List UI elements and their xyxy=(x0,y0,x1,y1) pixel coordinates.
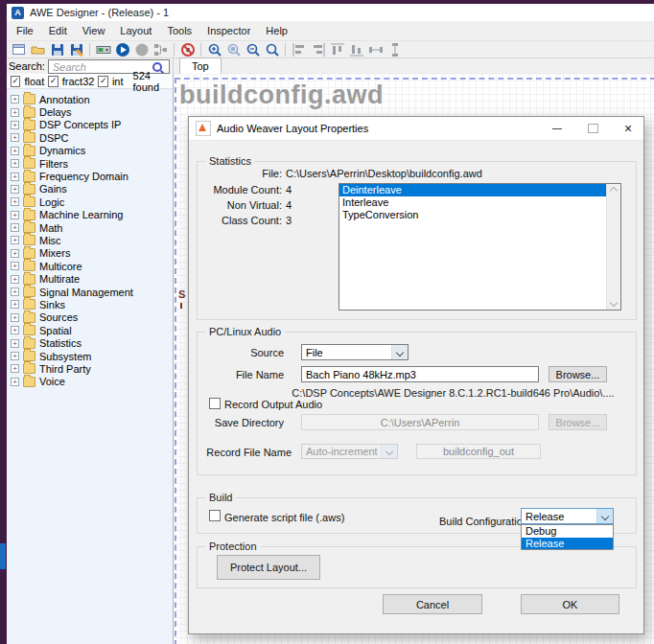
align-left-icon[interactable] xyxy=(290,42,308,58)
tree-item-sources[interactable]: +Sources xyxy=(7,311,173,324)
record-audio-icon[interactable] xyxy=(132,42,151,58)
align-top-icon[interactable] xyxy=(328,42,346,58)
expand-plus-icon[interactable]: + xyxy=(11,172,19,181)
folder-icon xyxy=(23,120,35,130)
source-dropdown[interactable]: File xyxy=(301,344,409,360)
zoom-in-icon[interactable] xyxy=(205,42,223,58)
halt-audio-icon[interactable] xyxy=(178,42,197,58)
expand-plus-icon[interactable]: + xyxy=(11,211,19,219)
menu-edit[interactable]: Edit xyxy=(41,25,75,36)
menu-layout[interactable]: Layout xyxy=(112,25,159,36)
option-release[interactable]: Release xyxy=(522,538,613,550)
expand-plus-icon[interactable]: + xyxy=(11,275,19,284)
expand-plus-icon[interactable]: + xyxy=(11,352,19,360)
expand-plus-icon[interactable]: + xyxy=(11,223,19,232)
align-bottom-icon[interactable] xyxy=(347,42,365,58)
expand-plus-icon[interactable]: + xyxy=(11,197,19,206)
expand-plus-icon[interactable]: + xyxy=(11,185,19,194)
dialog-minimize-button[interactable] xyxy=(544,117,571,140)
expand-plus-icon[interactable]: + xyxy=(11,249,19,258)
scroll-up-icon[interactable] xyxy=(607,184,620,197)
open-file-icon[interactable] xyxy=(29,42,47,58)
tree-item-filters[interactable]: +Filters xyxy=(7,157,173,170)
play-audio-icon[interactable] xyxy=(113,42,131,58)
tree-item-voice[interactable]: +Voice xyxy=(7,376,173,388)
int-checkbox[interactable]: ✓ xyxy=(98,76,107,87)
build-configuration-options: Debug Release xyxy=(521,524,614,550)
tree-item-machine-learning[interactable]: +Machine Learning xyxy=(7,209,173,221)
tree-item-logic[interactable]: +Logic xyxy=(7,196,173,208)
file-name-input[interactable]: Bach Piano 48kHz.mp3 xyxy=(301,366,539,382)
option-debug[interactable]: Debug xyxy=(522,525,613,538)
distribute-vertical-icon[interactable] xyxy=(385,42,404,58)
dialog-maximize-button[interactable] xyxy=(579,117,606,140)
build-configuration-dropdown[interactable]: Release xyxy=(521,508,614,524)
tree-item-dspc[interactable]: +DSPC xyxy=(7,131,173,144)
expand-plus-icon[interactable]: + xyxy=(11,133,19,142)
scroll-down-icon[interactable] xyxy=(607,296,620,310)
menu-file[interactable]: File xyxy=(9,25,41,36)
tree-item-mixers[interactable]: +Mixers xyxy=(7,247,173,260)
routing-icon[interactable] xyxy=(152,42,170,58)
expand-plus-icon[interactable]: + xyxy=(11,236,19,244)
tree-item-gains[interactable]: +Gains xyxy=(7,183,173,196)
distribute-horizontal-icon[interactable] xyxy=(366,42,385,58)
browse-file-button[interactable]: Browse... xyxy=(549,366,607,382)
expand-plus-icon[interactable]: + xyxy=(11,159,19,168)
protect-layout-button[interactable]: Protect Layout... xyxy=(217,555,320,580)
tree-item-frequency-domain[interactable]: +Frequency Domain xyxy=(7,170,173,182)
tree-item-spatial[interactable]: +Spatial xyxy=(7,324,173,336)
class-list-item[interactable]: Interleave xyxy=(339,196,620,209)
class-listbox[interactable]: Deinterleave Interleave TypeConversion xyxy=(339,183,621,310)
tree-item-third-party[interactable]: +Third Party xyxy=(7,362,173,375)
cancel-button[interactable]: Cancel xyxy=(383,594,482,614)
expand-plus-icon[interactable]: + xyxy=(11,326,19,334)
listbox-scrollbar[interactable] xyxy=(606,184,620,310)
tree-item-statistics[interactable]: +Statistics xyxy=(7,336,173,349)
align-right-icon[interactable] xyxy=(309,42,327,58)
ok-button[interactable]: OK xyxy=(521,594,619,614)
expand-plus-icon[interactable]: + xyxy=(11,108,19,117)
expand-plus-icon[interactable]: + xyxy=(11,121,19,129)
tree-item-signal-management[interactable]: +Signal Management xyxy=(7,286,173,298)
float-checkbox[interactable]: ✓ xyxy=(11,76,20,87)
record-output-audio-checkbox[interactable] xyxy=(209,398,221,409)
tab-top[interactable]: Top xyxy=(179,58,222,74)
generate-script-checkbox[interactable] xyxy=(209,510,221,521)
menu-tools[interactable]: Tools xyxy=(159,25,199,36)
expand-plus-icon[interactable]: + xyxy=(11,364,19,373)
expand-plus-icon[interactable]: + xyxy=(11,339,19,348)
zoom-reset-icon[interactable] xyxy=(263,42,281,58)
save-file-icon[interactable] xyxy=(48,42,66,58)
new-file-icon[interactable] xyxy=(10,42,28,58)
tree-item-multirate[interactable]: +Multirate xyxy=(7,272,173,285)
tree-item-sinks[interactable]: +Sinks xyxy=(7,298,173,310)
class-list-item-selected[interactable]: Deinterleave xyxy=(339,184,620,196)
expand-plus-icon[interactable]: + xyxy=(11,95,19,104)
tree-item-subsystem[interactable]: +Subsystem xyxy=(7,350,173,362)
tree-item-dynamics[interactable]: +Dynamics xyxy=(7,145,173,157)
zoom-out-icon[interactable] xyxy=(244,42,262,58)
tree-item-dsp-concepts-ip[interactable]: +DSP Concepts IP xyxy=(7,119,173,131)
tree-item-label: Gains xyxy=(39,183,67,195)
tree-item-annotation[interactable]: +Annotation xyxy=(7,93,173,105)
expand-plus-icon[interactable]: + xyxy=(11,313,19,322)
expand-plus-icon[interactable]: + xyxy=(11,288,19,296)
class-list-item[interactable]: TypeConversion xyxy=(339,209,620,221)
menu-view[interactable]: View xyxy=(75,25,113,36)
tree-item-multicore[interactable]: +Multicore xyxy=(7,260,173,272)
expand-plus-icon[interactable]: + xyxy=(11,147,19,155)
expand-plus-icon[interactable]: + xyxy=(11,300,19,309)
zoom-window-icon[interactable] xyxy=(224,42,243,58)
save-file-as-icon[interactable] xyxy=(67,42,85,58)
tree-item-misc[interactable]: +Misc xyxy=(7,234,173,246)
dialog-close-button[interactable]: × xyxy=(615,117,642,140)
expand-plus-icon[interactable]: + xyxy=(11,262,19,270)
menu-help[interactable]: Help xyxy=(258,25,295,36)
tree-item-math[interactable]: +Math xyxy=(7,221,173,234)
menu-inspector[interactable]: Inspector xyxy=(199,25,258,36)
expand-plus-icon[interactable]: + xyxy=(11,378,19,386)
hardware-target-icon[interactable] xyxy=(94,42,112,58)
tree-item-delays[interactable]: +Delays xyxy=(7,105,173,118)
fract32-checkbox[interactable]: ✓ xyxy=(48,76,58,87)
